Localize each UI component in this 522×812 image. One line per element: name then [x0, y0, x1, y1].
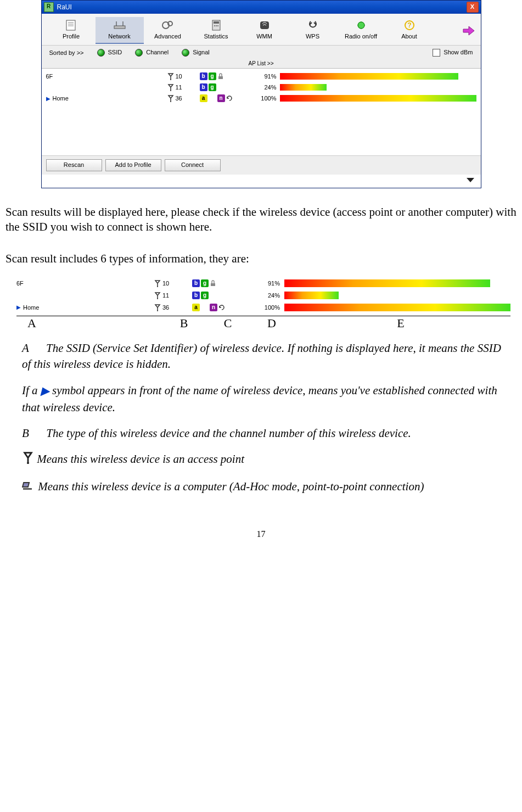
- tab-advanced[interactable]: Advanced: [144, 17, 192, 44]
- ap-row[interactable]: ▶ Home 36 a n 100%: [46, 93, 476, 104]
- channel: 36: [176, 95, 182, 102]
- page-number: 17: [5, 529, 517, 539]
- connected-triangle-icon: ▶: [46, 96, 50, 102]
- profile-icon: [64, 19, 79, 31]
- ap-row[interactable]: 11 b g 24%: [46, 82, 476, 93]
- tab-about[interactable]: ? About: [385, 17, 434, 44]
- mode-b-badge: b: [200, 72, 207, 80]
- mode-g-badge: g: [201, 279, 209, 287]
- svg-rect-4: [114, 26, 125, 29]
- definition-ap: Means this wireless device is an access …: [22, 451, 517, 468]
- channel: 10: [176, 73, 182, 80]
- tab-label: WPS: [291, 33, 335, 40]
- paragraph: Scan result includes 6 types of informat…: [5, 251, 517, 266]
- svg-rect-0: [66, 20, 75, 30]
- ap-icon: [154, 279, 161, 287]
- signal-bar: [280, 95, 476, 102]
- definition-b: B The type of this wireless device and t…: [22, 425, 517, 441]
- app-icon: R: [44, 2, 54, 12]
- calculator-icon: [209, 19, 224, 31]
- sort-signal[interactable]: Signal: [182, 49, 210, 57]
- tab-profile[interactable]: Profile: [47, 17, 96, 44]
- expand-down-button[interactable]: [42, 175, 481, 188]
- tab-label: Statistics: [194, 33, 238, 40]
- svg-point-23: [157, 286, 158, 287]
- tab-statistics[interactable]: Statistics: [192, 17, 240, 44]
- tab-label: Profile: [49, 33, 93, 40]
- signal-percent: 91%: [244, 73, 280, 80]
- svg-point-21: [170, 90, 171, 91]
- svg-rect-30: [23, 488, 32, 490]
- column-labels: A B C D E: [16, 316, 510, 331]
- gear-icon: [160, 19, 176, 31]
- svg-point-16: [358, 22, 364, 29]
- ap-list: 6F 10 b g 91% 11: [42, 69, 481, 155]
- ap-icon: [154, 292, 161, 299]
- svg-point-22: [170, 101, 171, 102]
- tab-radio[interactable]: Radio on/off: [337, 17, 385, 44]
- checkbox-icon: [433, 49, 440, 57]
- definition-triangle: If a ▶ symbol appears in front of the na…: [22, 383, 517, 416]
- mode-g-badge: g: [209, 83, 216, 91]
- next-arrow-button[interactable]: [461, 17, 475, 44]
- mode-a-badge: a: [200, 94, 207, 102]
- close-button[interactable]: X: [467, 2, 479, 13]
- ap-row[interactable]: 6F 10 b g 91%: [46, 71, 476, 82]
- ap-icon: [154, 304, 161, 311]
- channel: 11: [176, 84, 182, 91]
- svg-rect-20: [218, 76, 223, 79]
- lock-icon: [210, 280, 216, 287]
- led-icon: [135, 49, 143, 57]
- refresh-icon: [218, 304, 225, 311]
- rescan-button[interactable]: Rescan: [46, 159, 102, 171]
- add-to-profile-button[interactable]: Add to Profile: [105, 159, 161, 171]
- ap-icon: [22, 452, 34, 468]
- signal-percent: 100%: [244, 95, 280, 102]
- ap-list-label: AP List >>: [42, 60, 481, 69]
- paragraph: Scan results will be displayed here, ple…: [5, 205, 517, 235]
- mode-b-badge: b: [200, 83, 207, 91]
- tab-wmm[interactable]: WMM: [240, 17, 289, 44]
- connect-button[interactable]: Connect: [165, 159, 221, 171]
- ap-icon: [167, 94, 175, 102]
- tab-network[interactable]: Network: [96, 17, 144, 44]
- ap-icon: [167, 72, 175, 80]
- raui-window: R RaUI X Profile Network: [41, 0, 481, 188]
- connected-triangle-icon: ▶: [41, 383, 49, 399]
- tab-label: WMM: [243, 33, 287, 40]
- wmm-icon: [257, 19, 272, 31]
- ap-icon: [167, 83, 175, 91]
- radio-icon: [353, 19, 369, 31]
- tab-label: About: [388, 33, 431, 40]
- svg-rect-10: [214, 21, 219, 24]
- lock-icon: [217, 73, 224, 80]
- svg-rect-24: [211, 283, 215, 286]
- tab-label: Advanced: [146, 33, 190, 40]
- ssid: Home: [53, 95, 69, 102]
- svg-text:?: ?: [407, 21, 411, 29]
- tab-label: Radio on/off: [339, 33, 383, 40]
- signal-bar: [280, 73, 476, 80]
- mode-n-badge: n: [217, 94, 225, 102]
- mode-b-badge: b: [192, 279, 200, 287]
- window-title: RaUI: [57, 3, 72, 11]
- sort-channel[interactable]: Channel: [135, 49, 169, 57]
- svg-rect-29: [23, 483, 29, 486]
- definition-adhoc: Means this wireless device is a computer…: [22, 479, 517, 496]
- mode-g-badge: g: [209, 72, 216, 80]
- svg-point-19: [170, 79, 171, 80]
- svg-point-12: [216, 25, 217, 26]
- network-icon: [112, 19, 127, 31]
- svg-point-13: [217, 25, 218, 26]
- show-dbm-checkbox[interactable]: Show dBm: [433, 49, 473, 57]
- svg-point-26: [157, 310, 158, 311]
- button-row: Rescan Add to Profile Connect: [42, 155, 481, 175]
- definition-a: A The SSID (Service Set Identifier) of w…: [22, 340, 517, 373]
- led-icon: [97, 49, 105, 57]
- led-icon: [182, 49, 189, 57]
- tab-wps[interactable]: WPS: [289, 17, 337, 44]
- ssid: 6F: [46, 73, 53, 80]
- sort-row: Sorted by >> SSID Channel Signal Show dB…: [42, 46, 481, 60]
- svg-point-11: [214, 25, 215, 26]
- sort-ssid[interactable]: SSID: [97, 49, 122, 57]
